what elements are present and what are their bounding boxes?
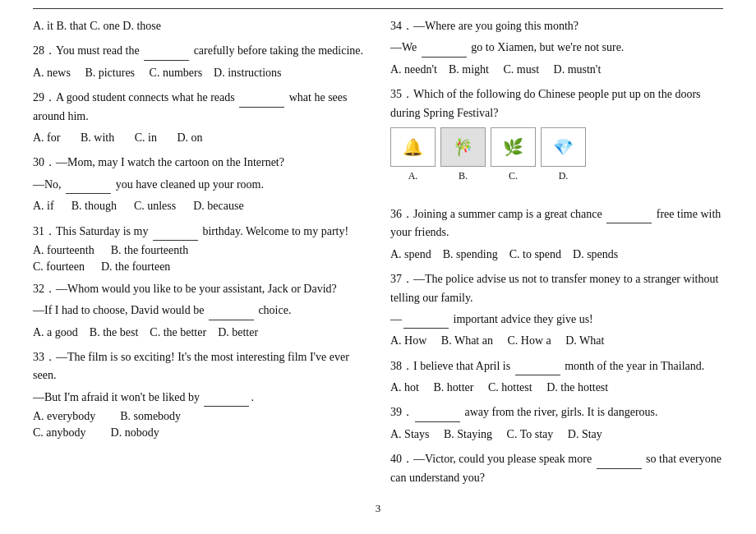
q38-blank (515, 375, 560, 375)
q32-reply: —If I had to choose, David would be choi… (33, 302, 366, 320)
q40-stem: 40．—Victor, could you please speak more … (390, 450, 723, 487)
q29-stem: 29．A good student connects what he reads… (33, 89, 366, 126)
q35-stem: 35．Which of the following do Chinese peo… (390, 85, 723, 122)
q35-img-box-c: 🌿 (491, 127, 536, 167)
question-35: 35．Which of the following do Chinese peo… (390, 85, 723, 199)
q35-images: 🔔 A. 🎋 B. 🌿 C. 💎 D. (390, 127, 723, 199)
q36-blank (606, 223, 652, 223)
q31-optC: C. fourteen (33, 260, 85, 274)
q36-options: A. spend B. spending C. to spend D. spen… (390, 246, 723, 264)
q31-optA: A. fourteenth (33, 244, 94, 257)
q34-blank (422, 57, 467, 58)
question-30: 30．—Mom, may I watch the cartoon on the … (33, 154, 366, 215)
q33-optB: B. somebody (120, 410, 181, 423)
q34-stem: 34．—Where are you going this month? (390, 17, 723, 35)
page-number: 3 (33, 502, 723, 515)
question-29: 29．A good student connects what he reads… (33, 89, 366, 147)
q28-stem: 28．You must read the carefully before ta… (33, 42, 366, 60)
q35-imgC: 🌿 C. (491, 127, 536, 182)
left-column: A. it B. that C. one D. those 28．You mus… (33, 17, 366, 494)
q39-blank (415, 421, 460, 422)
q30-blank (66, 193, 111, 194)
q33-reply: —But I'm afraid it won't be liked by . (33, 389, 366, 407)
q39-stem: 39． away from the river, girls. It is da… (390, 403, 723, 421)
q30-reply: —No, you have cleaned up your room. (33, 176, 366, 194)
q35-img-box-d: 💎 (541, 127, 586, 167)
q30-options: A. if B. though C. unless D. because (33, 197, 366, 215)
q31-stem: 31．This Saturday is my birthday. Welcome… (33, 223, 366, 241)
question-28: 28．You must read the carefully before ta… (33, 42, 366, 82)
q28-options: A. news B. pictures C. numbers D. instru… (33, 64, 366, 82)
q33-stem: 33．—The film is so exciting! It's the mo… (33, 348, 366, 385)
q35-imgD: 💎 D. (541, 127, 586, 182)
q39-options: A. Stays B. Staying C. To stay D. Stay (390, 426, 723, 444)
question-34: 34．—Where are you going this month? —We … (390, 17, 723, 79)
q29-options: A. for B. with C. in D. on (33, 129, 366, 147)
q35-label-b: B. (459, 170, 468, 182)
q27-option-text: A. it B. that C. one D. those (33, 17, 161, 35)
q35-img-box-a: 🔔 (390, 127, 436, 167)
q31-blank (153, 240, 198, 241)
q27-options: A. it B. that C. one D. those (33, 17, 366, 35)
q31-options-row2: C. fourteen D. the fourteen (33, 260, 366, 274)
q37-reply: — important advice they give us! (390, 311, 723, 329)
question-33: 33．—The film is so exciting! It's the mo… (33, 348, 366, 440)
question-38: 38．I believe that April is month of the … (390, 357, 723, 398)
question-32: 32．—Whom would you like to be your assis… (33, 280, 366, 342)
q35-label-d: D. (559, 170, 569, 182)
q33-optA: A. everybody (33, 410, 95, 423)
q40-blank (597, 468, 642, 469)
question-27: A. it B. that C. one D. those (33, 17, 366, 35)
q37-options: A. How B. What an C. How a D. What (390, 332, 723, 350)
question-37: 37．—The police advise us not to transfer… (390, 270, 723, 351)
q35-label-a: A. (408, 170, 418, 182)
q36-stem: 36．Joining a summer camp is a great chan… (390, 205, 723, 242)
q37-stem: 37．—The police advise us not to transfer… (390, 270, 723, 307)
q33-options-row1: A. everybody B. somebody (33, 410, 366, 423)
q34-options: A. needn't B. might C. must D. mustn't (390, 61, 723, 79)
q31-optB: B. the fourteenth (111, 244, 188, 257)
q32-options: A. a good B. the best C. the better D. b… (33, 324, 366, 342)
right-column: 34．—Where are you going this month? —We … (390, 17, 723, 494)
q31-options-row1: A. fourteenth B. the fourteenth (33, 244, 366, 257)
q35-img-box-b: 🎋 (440, 127, 486, 167)
q34-reply: —We go to Xiamen, but we're not sure. (390, 39, 723, 57)
q35-imgA: 🔔 A. (390, 127, 436, 182)
q33-optD: D. nobody (111, 426, 159, 440)
q32-stem: 32．—Whom would you like to be your assis… (33, 280, 366, 298)
q38-stem: 38．I believe that April is month of the … (390, 357, 723, 375)
question-36: 36．Joining a summer camp is a great chan… (390, 205, 723, 264)
question-31: 31．This Saturday is my birthday. Welcome… (33, 223, 366, 274)
top-divider (33, 8, 723, 9)
q32-blank (209, 320, 254, 320)
q38-options: A. hot B. hotter C. hottest D. the hotte… (390, 379, 723, 397)
main-content: A. it B. that C. one D. those 28．You mus… (33, 17, 723, 494)
q35-label-c: C. (509, 170, 518, 182)
q33-blank (204, 406, 249, 407)
q33-optC: C. anybody (33, 426, 86, 440)
q37-blank (403, 328, 449, 329)
q29-blank (239, 107, 284, 108)
q33-options-row2: C. anybody D. nobody (33, 426, 366, 440)
q31-optD: D. the fourteen (101, 260, 170, 274)
question-39: 39． away from the river, girls. It is da… (390, 403, 723, 444)
q28-blank (144, 60, 189, 61)
question-40: 40．—Victor, could you please speak more … (390, 450, 723, 487)
q35-imgB: 🎋 B. (440, 127, 486, 182)
q30-stem: 30．—Mom, may I watch the cartoon on the … (33, 154, 366, 172)
